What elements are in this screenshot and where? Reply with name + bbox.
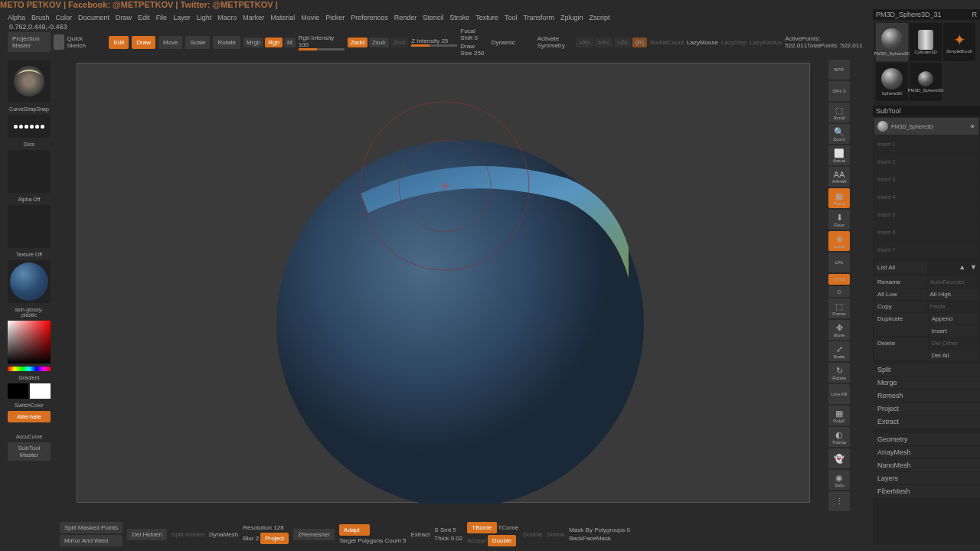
nanomesh-accordion[interactable]: NanoMesh [873,459,980,471]
arrow-up-icon[interactable]: ▲ [959,263,965,272]
focal-shift-label[interactable]: Focal Shift 0 [460,28,488,41]
subtool-slot[interactable]: Insert 2 [874,153,978,170]
subtool-slot[interactable]: Insert 7 [874,241,978,258]
xpose-button[interactable]: ⋮ [828,491,850,511]
bpr-button[interactable]: BPR [828,60,850,80]
texture-slot[interactable] [8,205,51,248]
backface-label[interactable]: BackFaceMask [569,535,630,542]
sxyz-toggle[interactable]: ○ [828,286,850,297]
zcut-button[interactable]: Zcut [390,37,409,47]
menu-item[interactable]: Transform [523,14,554,21]
delother-button[interactable]: Del Other [929,337,978,349]
ghost-button[interactable]: 👻 [828,448,850,468]
menu-item[interactable]: Draw [116,14,132,21]
alpha-slot[interactable] [8,150,51,193]
project-accordion[interactable]: Project [873,403,980,415]
solo-button[interactable]: ◉Solo [828,470,850,490]
blur-label[interactable]: Blur 2 [243,535,259,542]
double-button[interactable]: Double [488,535,516,546]
ssmt-label[interactable]: S Smt 5 [434,527,456,533]
aahalf-button[interactable]: AAAAHalf [828,167,850,187]
draw-button[interactable]: Draw [132,36,155,49]
menu-item[interactable]: Edit [138,14,150,21]
rgb-intensity-slider[interactable] [299,48,345,51]
sym-r-button[interactable]: (R) [632,37,647,47]
tool-item-sphere[interactable]: PM3D_Sphere3D [876,23,908,61]
color-picker[interactable] [8,321,51,364]
local-button[interactable]: ⊕Local [828,231,850,251]
tool-item-simplebrush[interactable]: ✦SimpleBrush [943,23,975,61]
menu-item[interactable]: File [156,14,168,21]
edit-button[interactable]: Edit [109,36,129,49]
menu-item[interactable]: Marker [243,14,264,21]
extract-label[interactable]: Extract [410,531,430,538]
delete-button[interactable]: Delete [874,337,928,360]
sym-y-button[interactable]: >Y< [595,37,612,47]
menu-item[interactable]: Preferences [351,14,388,21]
del-hidden-button[interactable]: Del Hidden [127,529,167,540]
rotate-button[interactable]: Rotate [213,36,240,49]
frame-button[interactable]: ⬚Frame [828,298,850,318]
dynamic-label[interactable]: Dynamic [492,39,515,46]
subtool-master-button[interactable]: SubTool Master [8,442,51,461]
tool-item-sphere3d[interactable]: Sphere3D [876,63,908,101]
menu-item[interactable]: Zplugin [560,14,583,21]
zremesher-button[interactable]: ZRemesher [293,529,335,540]
polyf-button[interactable]: ▦PolyF [828,406,850,425]
move-button[interactable]: Move [158,36,183,49]
spix-button[interactable]: SPix 3 [828,81,850,101]
merge-accordion[interactable]: Merge [873,377,980,389]
actual-button[interactable]: ⬜Actual [828,145,850,165]
subtool-slot[interactable]: Insert 1 [874,135,978,152]
linefill-button[interactable]: Line Fill [828,384,850,404]
lazymouse[interactable]: LazyMouse [687,39,718,46]
menu-item[interactable]: Layer [173,14,191,21]
arrow-down-icon[interactable]: ▼ [970,263,977,272]
menu-item[interactable]: Document [78,14,109,21]
remesh-accordion[interactable]: Remesh [873,390,980,402]
menu-item[interactable]: Alpha [8,14,25,21]
menu-item[interactable]: Tool [505,14,518,21]
scale-button[interactable]: Scale [185,36,210,49]
menu-item[interactable]: Movie [301,14,319,21]
sxyz-button[interactable]: sXYZ [828,274,850,285]
stroke-slot[interactable] [8,115,51,138]
delall-button[interactable]: Del All [929,350,978,361]
alllow-button[interactable]: All Low [874,289,926,300]
activate-symmetry[interactable]: Activate Symmetry [537,35,573,49]
menu-item[interactable]: Brush [31,14,50,21]
project-button[interactable]: Project [260,533,289,544]
scale-tool[interactable]: ⤢Scale [828,341,850,361]
tborde-button[interactable]: TBorde [467,522,496,533]
swatch-white[interactable] [30,383,51,399]
subtool-slot[interactable]: Insert 5 [874,206,978,223]
zadd-button[interactable]: Zadd [348,37,368,47]
quicksketch-icon[interactable] [54,34,64,50]
z-intensity-slider[interactable] [411,44,457,47]
lfit-button[interactable]: LFit [828,253,850,272]
append-button[interactable]: Append [929,313,978,324]
rename-button[interactable]: Rename [874,276,926,288]
projection-master-button[interactable]: Projection Master [8,32,51,52]
persp-button[interactable]: ▦Persp [828,188,850,208]
tcorne-label[interactable]: TCorne [498,524,519,531]
menu-item[interactable]: Texture [475,14,498,21]
split-masked-button[interactable]: Split Masked Points [60,522,122,533]
arraymesh-accordion[interactable]: ArrayMesh [873,446,980,458]
draw-size-label[interactable]: Draw Size 250 [460,43,488,57]
hue-slider[interactable] [8,367,51,371]
tool-item-cylinder[interactable]: Cylinder3D [910,23,942,61]
subtool-slot[interactable]: Insert 3 [874,171,978,187]
menu-item[interactable]: Render [394,14,417,21]
target-poly-label[interactable]: Target Polygons Count 5 [339,537,407,544]
brush-slot[interactable] [8,60,51,103]
r-indicator[interactable]: R [972,11,978,18]
swatch-black[interactable] [8,383,28,399]
material-slot[interactable] [8,260,51,303]
mirror-weld-button[interactable]: Mirror And Weld [60,535,122,546]
autoreorder-button[interactable]: AutoReorder [927,276,979,288]
switchcolor-label[interactable]: SwitchColor [8,403,51,408]
rgb-button[interactable]: Rgb [265,37,283,47]
menu-item[interactable]: Light [197,14,212,21]
alternate-button[interactable]: Alternate [8,411,51,422]
